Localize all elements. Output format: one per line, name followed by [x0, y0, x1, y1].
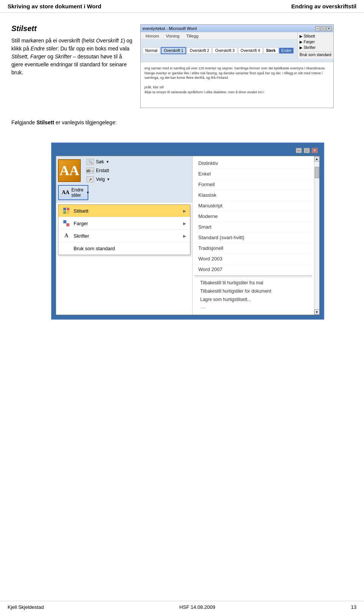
- action-tilbakestill-mal[interactable]: Tilbakestill til hurtigstiler fra mal: [196, 279, 310, 287]
- menu-farger[interactable]: Farger ▶: [58, 217, 190, 230]
- word-body: eng saman med ei samling på over 120 eve…: [141, 62, 333, 108]
- skrifter-menu-icon: A: [62, 232, 71, 240]
- stilsett-heading: Stilsett: [11, 24, 133, 33]
- section2-heading: Følgjande Stilsett er vanlegvis tilgjeng…: [11, 119, 353, 125]
- close-btn[interactable]: ✕: [326, 26, 331, 31]
- style-overskrift2[interactable]: Overskrift 2: [187, 47, 212, 54]
- skrifter-menu-label: Skrifter: [74, 233, 89, 239]
- scroll-thumb[interactable]: [315, 167, 319, 178]
- velg-button[interactable]: ↗ Velg ▼: [85, 176, 112, 183]
- aa-icon: AA: [58, 159, 81, 182]
- velg-icon: ↗: [86, 176, 94, 182]
- word-screenshot: eventyrtekst - Microsoft Word ─ □ ✕ Hnno…: [140, 24, 334, 108]
- maximize-btn[interactable]: □: [321, 26, 326, 31]
- footer: Kjell Skjeldestad HSF 14.08.2009 13: [0, 601, 364, 613]
- style-normal[interactable]: Normal: [143, 47, 160, 54]
- panel-bruk-standard[interactable]: Bruk som standard: [299, 52, 332, 58]
- bruk-standard-label: Bruk som standard: [74, 246, 115, 251]
- style-list-item-1[interactable]: Enkel: [195, 169, 312, 179]
- word-titlebar: eventyrtekst - Microsoft Word ─ □ ✕: [141, 25, 333, 32]
- minimize-btn[interactable]: ─: [315, 26, 320, 31]
- word-title: eventyrtekst - Microsoft Word: [143, 26, 197, 31]
- stilsett-paragraph: Still markøren på ei overskrift (helst O…: [11, 37, 133, 77]
- right-buttons: 🔍 Søk ▼ ab→ Erstatt ↗ V: [85, 158, 112, 183]
- dropdown-menu: Stilsett ▶ Farger: [58, 204, 190, 255]
- style-list-item-6[interactable]: Smart: [195, 222, 312, 232]
- style-list-item-10[interactable]: Word 2007: [195, 264, 312, 275]
- scroll-down-arrow[interactable]: ▼: [314, 309, 320, 315]
- panel-skrifter[interactable]: ▶ Skrifter: [299, 45, 332, 50]
- velg-label: Velg: [96, 177, 105, 182]
- win-max[interactable]: □: [304, 148, 310, 153]
- side-panel: ▶ Stilsett ▶ Farger ▶ Skrifter Bruk som …: [297, 32, 333, 59]
- stilsett-menu-icon: [62, 207, 71, 215]
- heading-stilsett: Stilsett: [36, 119, 54, 125]
- style-list-item-5[interactable]: Moderne: [195, 211, 312, 222]
- style-list-item-0[interactable]: Distinktiv: [195, 158, 312, 169]
- svg-rect-1: [67, 208, 69, 210]
- footer-left: Kjell Skjeldestad: [8, 604, 44, 610]
- style-list-item-8[interactable]: Tradisjonell: [195, 243, 312, 254]
- bottom-actions: Tilbakestill til hurtigstiler fra mal Ti…: [195, 277, 312, 313]
- header: Skriving av store dokument i Word Endrin…: [0, 0, 364, 13]
- style-list-item-2[interactable]: Formell: [195, 179, 312, 190]
- aa-small-icon: AA: [62, 190, 69, 196]
- win-close[interactable]: ✕: [312, 148, 318, 153]
- action-dots: ----: [196, 304, 310, 311]
- farger-arrow-icon: ▶: [183, 221, 186, 226]
- farger-menu-icon: [62, 219, 71, 227]
- menu-stilsett[interactable]: Stilsett ▶: [58, 205, 190, 217]
- action-tilbakestill-dok[interactable]: Tilbakestill hurtigstiler for dokument: [196, 287, 310, 295]
- menu-skrifter[interactable]: A Skrifter ▶: [58, 230, 190, 242]
- screenshot-inner: AA 🔍 Søk ▼ ab→: [56, 156, 320, 315]
- menu-bruk-standard[interactable]: Bruk som standard: [58, 242, 190, 255]
- tab-visning[interactable]: Visning: [163, 33, 182, 39]
- style-scrollbar[interactable]: ▲ ▼: [314, 156, 319, 315]
- ribbon-content: Normal Overskrift 1 Overskrift 2 Overskr…: [141, 39, 333, 62]
- style-sterk[interactable]: Sterk: [264, 47, 278, 54]
- left-panel: AA 🔍 Søk ▼ ab→: [56, 156, 193, 315]
- section2: Følgjande Stilsett er vanlegvis tilgjeng…: [11, 119, 353, 131]
- panel-stilsett[interactable]: ▶ Stilsett: [299, 33, 332, 39]
- style-overskrift3[interactable]: Overskrift 3: [212, 47, 237, 54]
- styles-screenshot-wrapper: ─ □ ✕ AA: [11, 143, 353, 320]
- heading-prefix: Følgjande: [11, 119, 36, 125]
- sok-label: Søk: [96, 159, 104, 165]
- endre-stiler-button[interactable]: AA Endre stiler ▼: [58, 185, 88, 200]
- stilsett-menu-label: Stilsett: [74, 208, 88, 214]
- bruk-standard-icon: [62, 244, 71, 252]
- erstatt-label: Erstatt: [96, 168, 109, 173]
- action-lagre[interactable]: Lagre som hurtigstilsett...: [196, 295, 310, 304]
- word-ribbon: Hnnom Visning Tillegg Normal Overskrift …: [141, 32, 333, 62]
- word-body-text: eng saman med ei samling på over 120 eve…: [144, 66, 329, 95]
- scroll-up-arrow[interactable]: ▲: [314, 156, 320, 161]
- style-overskrift1[interactable]: Overskrift 1: [161, 47, 186, 54]
- svg-rect-4: [63, 220, 66, 223]
- skrifter-arrow-icon: ▶: [183, 234, 186, 238]
- svg-rect-5: [66, 223, 69, 226]
- main-content: Stilsett Still markøren på ei overskrift…: [0, 13, 364, 327]
- header-left: Skriving av store dokument i Word: [8, 3, 101, 9]
- right-panel: DistinktivEnkelFormellKlassiskManuskript…: [193, 156, 314, 315]
- left-top: AA 🔍 Søk ▼ ab→: [56, 156, 192, 202]
- erstatt-button[interactable]: ab→ Erstatt: [85, 167, 112, 174]
- style-list-item-9[interactable]: Word 2003: [195, 254, 312, 264]
- erstatt-icon: ab→: [86, 168, 94, 174]
- header-right: Endring av overskriftstil: [291, 3, 356, 9]
- farger-menu-label: Farger: [74, 221, 88, 226]
- win-min[interactable]: ─: [296, 148, 302, 153]
- tab-hnnom[interactable]: Hnnom: [143, 33, 162, 39]
- tab-tillegg[interactable]: Tillegg: [183, 33, 201, 39]
- style-list-item-4[interactable]: Manuskript: [195, 201, 312, 211]
- sok-button[interactable]: 🔍 Søk ▼: [85, 158, 112, 166]
- style-list-item-7[interactable]: Standard (svart-hvitt): [195, 232, 312, 243]
- style-overskrift4[interactable]: Overskrift 4: [238, 47, 263, 54]
- style-endre[interactable]: Endre: [279, 48, 294, 53]
- right-panel-with-scroll: DistinktivEnkelFormellKlassiskManuskript…: [193, 156, 319, 315]
- panel-farger[interactable]: ▶ Farger: [299, 39, 332, 45]
- style-list-item-3[interactable]: Klassisk: [195, 190, 312, 201]
- svg-rect-2: [63, 211, 66, 214]
- left-top-row: AA 🔍 Søk ▼ ab→: [58, 158, 190, 183]
- svg-rect-0: [63, 208, 66, 210]
- heading-suffix: er vanlegvis tilgjengelege:: [54, 119, 117, 125]
